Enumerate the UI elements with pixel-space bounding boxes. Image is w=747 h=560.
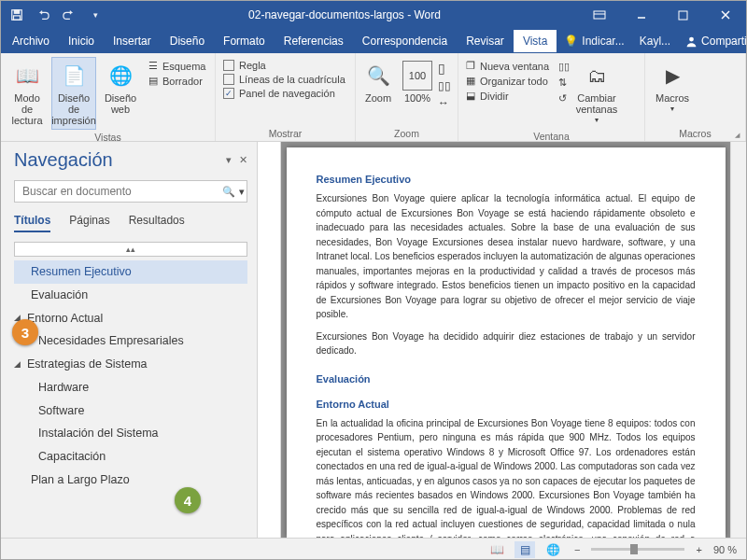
nav-dropdown-icon[interactable]: ▾ (226, 154, 232, 166)
minimize-icon[interactable] (620, 1, 662, 29)
search-icon[interactable]: 🔍 ▾ (220, 186, 247, 198)
account-name[interactable]: Kayl... (632, 35, 678, 48)
read-mode-view-icon[interactable]: 📖 (486, 541, 507, 558)
print-layout-view-icon[interactable]: ▤ (514, 541, 535, 558)
tab-diseno[interactable]: Diseño (161, 30, 214, 52)
zoom-100-icon: 100 (402, 61, 432, 91)
vertical-scrollbar[interactable] (730, 142, 746, 538)
tree-software[interactable]: Software (14, 399, 247, 423)
nav-tab-pages[interactable]: Páginas (69, 214, 109, 232)
close-icon[interactable] (704, 1, 746, 29)
svg-rect-6 (679, 11, 687, 20)
gridlines-checkbox[interactable]: Líneas de la cuadrícula (219, 73, 349, 86)
svg-rect-1 (14, 10, 19, 14)
nav-close-icon[interactable]: ✕ (239, 154, 247, 166)
tree-instalacion[interactable]: Instalación del Sistema (14, 422, 247, 445)
tab-correspondencia[interactable]: Correspondencia (353, 30, 457, 52)
macros-icon: ▶ (657, 61, 687, 91)
zoom-button[interactable]: 🔍Zoom (359, 57, 397, 107)
callout-4: 4 (175, 487, 201, 513)
save-icon[interactable] (5, 3, 29, 27)
tree-hardware[interactable]: Hardware (14, 376, 247, 399)
zoom-percent[interactable]: 90 % (713, 544, 737, 555)
zoom-slider[interactable] (591, 548, 684, 551)
tree-capacitacion[interactable]: Capacitación (14, 445, 247, 469)
redo-icon[interactable] (57, 3, 81, 27)
page-viewport[interactable]: Resumen Ejecutivo Excursiones Bon Voyage… (281, 142, 730, 538)
print-layout-icon: 📄 (59, 61, 89, 91)
maximize-icon[interactable] (662, 1, 704, 29)
body-text: En la actualidad la oficina principal de… (317, 416, 696, 538)
group-label-macros: Macros (649, 126, 741, 141)
tree-necesidades[interactable]: Necesidades Empresariales (14, 329, 247, 353)
ribbon-display-icon[interactable] (578, 1, 620, 29)
tab-insertar[interactable]: Insertar (104, 30, 161, 52)
tab-inicio[interactable]: Inicio (59, 30, 104, 52)
share-button[interactable]: Compartir (678, 35, 747, 48)
svg-rect-3 (594, 11, 605, 19)
nav-tab-results[interactable]: Resultados (129, 214, 185, 232)
print-layout-button[interactable]: 📄Diseño de impresión (51, 57, 96, 130)
undo-icon[interactable] (31, 3, 55, 27)
split-button[interactable]: ⬓Dividir (462, 89, 553, 103)
zoom-100-button[interactable]: 100100% (399, 57, 436, 107)
tree-resumen[interactable]: Resumen Ejecutivo (14, 260, 247, 284)
collapse-icon[interactable]: ◢ (14, 358, 23, 371)
tree-entorno[interactable]: ◢Entorno Actual (14, 307, 247, 330)
zoom-thumb[interactable] (630, 544, 638, 554)
tab-vista[interactable]: Vista (514, 30, 557, 52)
multi-page-icon[interactable]: ▯▯ (438, 79, 451, 92)
reset-window-icon[interactable]: ↺ (558, 92, 570, 105)
tab-referencias[interactable]: Referencias (275, 30, 353, 52)
ribbon-tabs: Archivo Inicio Insertar Diseño Formato R… (1, 29, 746, 53)
tree-estrategias[interactable]: ◢Estrategias de Sistema (14, 353, 247, 376)
switch-windows-icon: 🗂 (582, 61, 612, 91)
outline-icon: ☰ (148, 60, 158, 72)
nav-search-input[interactable] (15, 185, 220, 198)
read-mode-button[interactable]: 📖Modo de lectura (5, 57, 49, 130)
tab-revisar[interactable]: Revisar (457, 30, 514, 52)
group-zoom: 🔍Zoom 100100% ▯ ▯▯ ↔ Zoom (356, 53, 458, 141)
tree-evaluacion[interactable]: Evaluación (14, 284, 247, 307)
tree-plan[interactable]: Plan a Largo Plazo (14, 469, 247, 492)
qat-more-icon[interactable]: ▾ (83, 3, 107, 27)
navigation-pane: Navegación ▾ ✕ 🔍 ▾ Títulos Páginas Resul… (1, 142, 258, 538)
sync-scroll-icon[interactable]: ⇅ (558, 77, 570, 89)
web-layout-view-icon[interactable]: 🌐 (543, 541, 563, 558)
nav-jump-top[interactable]: ▴▴ (14, 242, 247, 257)
draft-button[interactable]: ▤Borrador (145, 74, 209, 88)
zoom-icon: 🔍 (363, 61, 393, 91)
arrange-label: Organizar todo (480, 76, 548, 87)
tab-archivo[interactable]: Archivo (3, 30, 59, 52)
group-macros: ▶Macros▾ Macros (645, 53, 746, 141)
quick-access-toolbar: ▾ (1, 3, 111, 27)
zoom-in-button[interactable]: + (692, 544, 705, 555)
new-window-button[interactable]: ❐Nueva ventana (462, 59, 553, 73)
zoom-out-button[interactable]: − (571, 544, 584, 555)
draft-icon: ▤ (148, 75, 158, 87)
outline-button[interactable]: ☰Esquema (145, 59, 209, 73)
tree-label: Capacitación (38, 448, 106, 466)
tell-me[interactable]: 💡 Indicar... (557, 35, 631, 48)
switch-windows-button[interactable]: 🗂Cambiar ventanas▾ (571, 57, 622, 129)
page-width-icon[interactable]: ↔ (438, 96, 451, 109)
one-page-icon[interactable]: ▯ (438, 61, 451, 76)
navpane-checkbox[interactable]: Panel de navegación (219, 87, 349, 100)
web-layout-button[interactable]: 🌐Diseño web (98, 57, 143, 119)
arrange-all-button[interactable]: ▦Organizar todo (462, 74, 553, 88)
web-layout-icon: 🌐 (106, 61, 135, 91)
new-window-icon: ❐ (466, 60, 475, 72)
macros-button[interactable]: ▶Macros▾ (649, 57, 696, 118)
ruler-checkbox[interactable]: Regla (219, 59, 349, 72)
side-by-side-icon[interactable]: ▯▯ (558, 61, 570, 73)
nav-tab-headings[interactable]: Títulos (14, 214, 50, 232)
group-window: ❐Nueva ventana ▦Organizar todo ⬓Dividir … (458, 53, 645, 141)
tab-formato[interactable]: Formato (214, 30, 275, 52)
macros-label: Macros (655, 92, 689, 104)
nav-tree: Resumen Ejecutivo Evaluación ◢Entorno Ac… (14, 260, 247, 492)
tree-label: Evaluación (31, 287, 88, 304)
body-text: Excursiones Bon Voyage quiere aplicar la… (317, 191, 696, 322)
group-label-show: Mostrar (219, 126, 351, 141)
document-page[interactable]: Resumen Ejecutivo Excursiones Bon Voyage… (287, 147, 726, 538)
nav-search[interactable]: 🔍 ▾ (14, 180, 247, 203)
